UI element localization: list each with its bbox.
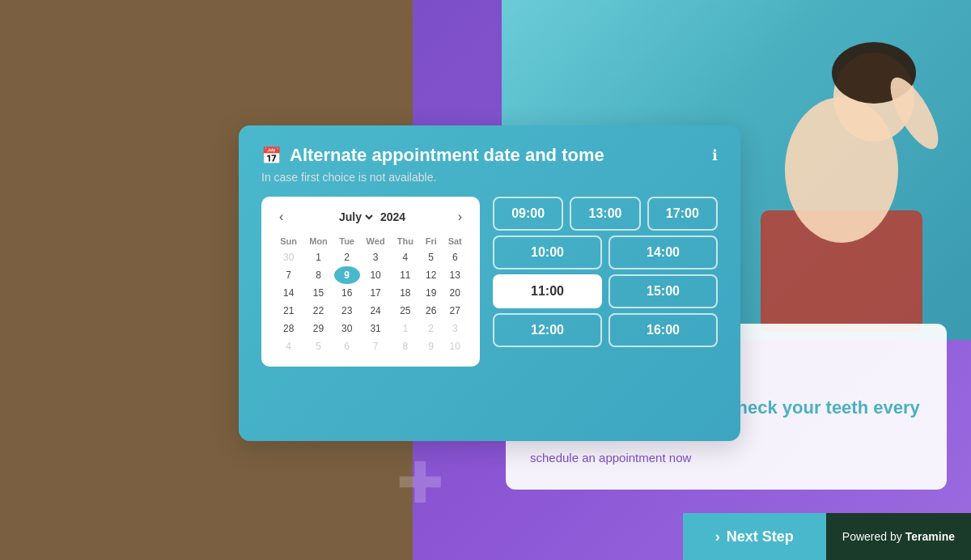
info-icon[interactable]: ℹ: [712, 146, 718, 164]
calendar-row: 28293031123: [274, 320, 467, 337]
calendar-row: 78910111213: [274, 266, 467, 284]
time-row: 11:0015:00: [493, 274, 718, 308]
year-display: 2024: [380, 210, 405, 223]
powered-by: Powered by Teramine: [826, 513, 971, 560]
calendar-day[interactable]: 22: [303, 302, 333, 320]
appointment-modal: 📅 Alternate appointment date and tome ℹ …: [239, 125, 740, 441]
calendar-row: 30123456: [274, 248, 467, 266]
calendar-day[interactable]: 6: [443, 248, 467, 266]
next-step-arrow: ›: [715, 528, 720, 545]
calendar-day[interactable]: 12: [419, 266, 443, 284]
calendar-day[interactable]: 16: [334, 284, 360, 302]
modal-title-group: 📅 Alternate appointment date and tome: [261, 145, 604, 166]
calendar-day[interactable]: 7: [360, 337, 392, 355]
calendar-day[interactable]: 3: [360, 248, 392, 266]
modal-header: 📅 Alternate appointment date and tome ℹ: [261, 145, 718, 166]
calendar-day[interactable]: 15: [303, 284, 333, 302]
calendar-day[interactable]: 24: [360, 302, 392, 320]
bottom-bar: › Next Step Powered by Teramine: [0, 513, 971, 560]
calendar-day[interactable]: 29: [303, 320, 333, 337]
calendar-row: 45678910: [274, 337, 467, 355]
calendar-day[interactable]: 25: [392, 302, 419, 320]
calendar-day[interactable]: 20: [443, 284, 467, 302]
calendar-day[interactable]: 11: [392, 266, 419, 284]
calendar-day[interactable]: 21: [274, 302, 303, 320]
time-slot-1600[interactable]: 16:00: [608, 313, 718, 347]
time-grid: 09:0013:0017:0010:0014:0011:0015:0012:00…: [493, 197, 718, 367]
modal-body: ‹ July 2024 › Sun Mon Tue Wed Thu: [261, 197, 718, 367]
time-slot-1400[interactable]: 14:00: [608, 235, 718, 269]
time-slot-1700[interactable]: 17:00: [647, 197, 718, 231]
time-row: 09:0013:0017:00: [493, 197, 718, 231]
calendar-day[interactable]: 10: [360, 266, 392, 284]
time-slot-1200[interactable]: 12:00: [493, 313, 602, 347]
calendar-day[interactable]: 17: [360, 284, 392, 302]
month-year-group: July 2024: [336, 210, 405, 224]
calendar-day[interactable]: 30: [274, 248, 303, 266]
plus-icon-bottom-left: ✚: [396, 455, 444, 511]
calendar-day[interactable]: 7: [274, 266, 303, 284]
calendar: ‹ July 2024 › Sun Mon Tue Wed Thu: [261, 197, 480, 367]
calendar-day[interactable]: 23: [334, 302, 360, 320]
calendar-day[interactable]: 13: [443, 266, 467, 284]
calendar-day[interactable]: 5: [303, 337, 333, 355]
calendar-nav: ‹ July 2024 ›: [274, 208, 467, 226]
calendar-day[interactable]: 10: [443, 337, 467, 355]
calendar-day[interactable]: 28: [274, 320, 303, 337]
calendar-day[interactable]: 5: [419, 248, 443, 266]
calendar-day[interactable]: 19: [419, 284, 443, 302]
time-slot-0900[interactable]: 09:00: [493, 197, 563, 231]
next-month-button[interactable]: ›: [453, 208, 467, 226]
next-step-label: Next Step: [727, 528, 794, 545]
modal-subtitle: In case first choice is not available.: [261, 171, 718, 184]
day-header-fri: Fri: [419, 234, 443, 248]
calendar-day[interactable]: 9: [419, 337, 443, 355]
calendar-day[interactable]: 8: [303, 266, 333, 284]
day-header-sun: Sun: [274, 234, 303, 248]
calendar-day[interactable]: 4: [392, 248, 419, 266]
reminder-link[interactable]: schedule an appointment now: [530, 451, 922, 465]
time-slot-1500[interactable]: 15:00: [608, 274, 718, 308]
calendar-header-row: Sun Mon Tue Wed Thu Fri Sat: [274, 234, 467, 248]
powered-by-label: Powered by: [842, 530, 902, 543]
calendar-row: 21222324252627: [274, 302, 467, 320]
time-row: 12:0016:00: [493, 313, 718, 347]
calendar-day[interactable]: 8: [392, 337, 419, 355]
modal-title: Alternate appointment date and tome: [290, 145, 604, 166]
brand-name: Teramine: [905, 530, 955, 543]
calendar-icon: 📅: [261, 146, 282, 165]
calendar-day[interactable]: 27: [443, 302, 467, 320]
calendar-day[interactable]: 18: [392, 284, 419, 302]
prev-month-button[interactable]: ‹: [274, 208, 288, 226]
time-slot-1000[interactable]: 10:00: [493, 235, 602, 269]
calendar-day[interactable]: 6: [334, 337, 360, 355]
calendar-day[interactable]: 4: [274, 337, 303, 355]
calendar-day[interactable]: 2: [334, 248, 360, 266]
person-svg: [712, 8, 955, 332]
month-select[interactable]: July: [336, 210, 375, 224]
calendar-day[interactable]: 30: [334, 320, 360, 337]
calendar-day[interactable]: 26: [419, 302, 443, 320]
next-step-button[interactable]: › Next Step: [683, 513, 826, 560]
time-slot-1300[interactable]: 13:00: [570, 197, 640, 231]
day-header-tue: Tue: [334, 234, 360, 248]
calendar-day[interactable]: 2: [419, 320, 443, 337]
calendar-day[interactable]: 1: [303, 248, 333, 266]
calendar-day[interactable]: 3: [443, 320, 467, 337]
day-header-thu: Thu: [392, 234, 419, 248]
calendar-row: 14151617181920: [274, 284, 467, 302]
day-header-sat: Sat: [443, 234, 467, 248]
calendar-body: 3012345678910111213141516171819202122232…: [274, 248, 467, 355]
calendar-day[interactable]: 9: [334, 266, 360, 284]
calendar-day[interactable]: 14: [274, 284, 303, 302]
time-row: 10:0014:00: [493, 235, 718, 269]
calendar-day[interactable]: 1: [392, 320, 419, 337]
time-slot-1100[interactable]: 11:00: [493, 274, 602, 308]
day-header-mon: Mon: [303, 234, 333, 248]
calendar-grid: Sun Mon Tue Wed Thu Fri Sat 301234567891…: [274, 234, 467, 355]
day-header-wed: Wed: [360, 234, 392, 248]
calendar-day[interactable]: 31: [360, 320, 392, 337]
